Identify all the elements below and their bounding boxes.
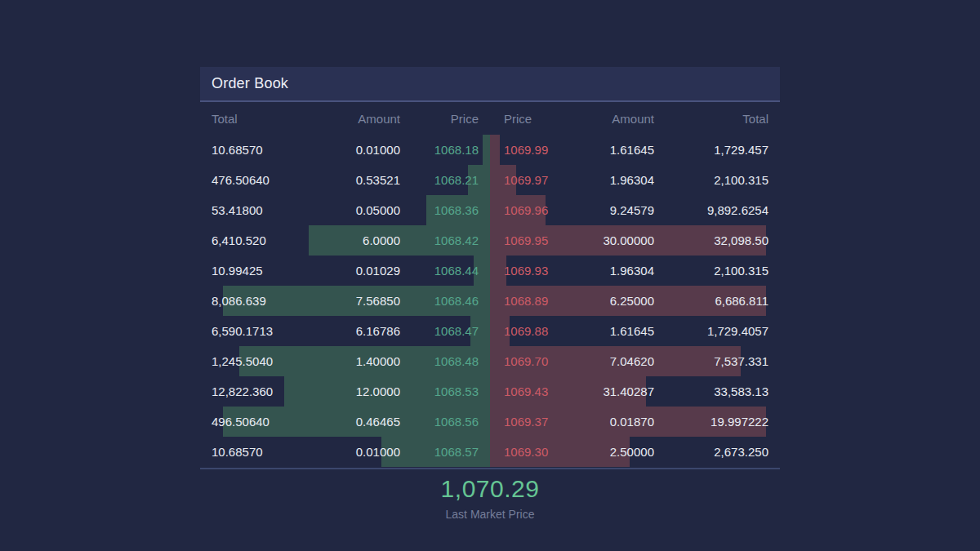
ask-price-cell[interactable]: 1069.43 bbox=[490, 384, 580, 398]
ask-total-cell: 9,892.6254 bbox=[654, 203, 768, 217]
ask-total-cell: 1,729.4057 bbox=[654, 324, 768, 338]
ask-amount-cell: 2.50000 bbox=[580, 445, 654, 459]
bid-half: 10.68570 0.01000 1068.18 bbox=[212, 135, 490, 165]
bid-price-cell[interactable]: 1068.44 bbox=[400, 264, 490, 278]
bid-total-cell: 53.41800 bbox=[212, 203, 278, 217]
column-header-row: Total Amount Price Price Amount Total bbox=[212, 102, 768, 135]
order-book-table: Total Amount Price Price Amount Total 10… bbox=[200, 102, 780, 467]
bid-total-cell: 10.68570 bbox=[212, 143, 278, 157]
order-book-row[interactable]: 476.50640 0.53521 1068.21 1069.97 1.9630… bbox=[212, 165, 768, 195]
ask-total-cell: 2,673.250 bbox=[654, 445, 768, 459]
ask-half: 1069.37 0.01870 19.997222 bbox=[490, 407, 768, 437]
last-market-price-value: 1,070.29 bbox=[200, 475, 780, 503]
ask-price-cell[interactable]: 1069.97 bbox=[490, 173, 580, 187]
bid-price-cell[interactable]: 1068.42 bbox=[400, 233, 490, 247]
ask-amount-cell: 1.96304 bbox=[580, 173, 654, 187]
ask-half: 1069.96 9.24579 9,892.6254 bbox=[490, 195, 768, 225]
ask-half: 1069.70 7.04620 7,537.331 bbox=[490, 346, 768, 376]
order-book-rows: 10.68570 0.01000 1068.18 1069.99 1.61645… bbox=[212, 135, 768, 467]
ask-amount-cell: 1.61645 bbox=[580, 143, 654, 157]
bid-total-cell: 10.68570 bbox=[212, 445, 278, 459]
bid-total-cell: 476.50640 bbox=[212, 173, 278, 187]
bids-price-header: Price bbox=[400, 112, 490, 126]
bid-price-cell[interactable]: 1068.53 bbox=[400, 384, 490, 398]
bid-price-cell[interactable]: 1068.47 bbox=[400, 324, 490, 338]
ask-amount-cell: 0.01870 bbox=[580, 415, 654, 429]
ask-half: 1069.99 1.61645 1,729.457 bbox=[490, 135, 768, 165]
bid-price-cell[interactable]: 1068.48 bbox=[400, 354, 490, 368]
bid-amount-cell: 6.0000 bbox=[278, 233, 400, 247]
order-book-row[interactable]: 10.68570 0.01000 1068.57 1069.30 2.50000… bbox=[212, 437, 768, 467]
bid-price-cell[interactable]: 1068.36 bbox=[400, 203, 490, 217]
ask-half: 1069.95 30.00000 32,098.50 bbox=[490, 225, 768, 256]
ask-amount-cell: 6.25000 bbox=[580, 294, 654, 308]
bid-amount-cell: 7.56850 bbox=[278, 294, 400, 308]
bid-half: 6,590.1713 6.16786 1068.47 bbox=[212, 316, 490, 346]
bid-total-cell: 12,822.360 bbox=[212, 384, 278, 398]
order-book-row[interactable]: 1,245.5040 1.40000 1068.48 1069.70 7.046… bbox=[212, 346, 768, 376]
bid-amount-cell: 0.01000 bbox=[278, 143, 400, 157]
ask-half: 1068.89 6.25000 6,686.811 bbox=[490, 286, 768, 316]
ask-amount-cell: 7.04620 bbox=[580, 354, 654, 368]
order-book-row[interactable]: 10.99425 0.01029 1068.44 1069.93 1.96304… bbox=[212, 256, 768, 286]
ask-total-cell: 2,100.315 bbox=[654, 264, 768, 278]
bid-price-cell[interactable]: 1068.56 bbox=[400, 415, 490, 429]
ask-amount-cell: 9.24579 bbox=[580, 203, 654, 217]
ask-half: 1069.93 1.96304 2,100.315 bbox=[490, 256, 768, 286]
order-book-row[interactable]: 10.68570 0.01000 1068.18 1069.99 1.61645… bbox=[212, 135, 768, 165]
ask-half: 1069.97 1.96304 2,100.315 bbox=[490, 165, 768, 195]
ask-total-cell: 2,100.315 bbox=[654, 173, 768, 187]
bid-amount-cell: 12.0000 bbox=[278, 384, 400, 398]
bid-amount-cell: 6.16786 bbox=[278, 324, 400, 338]
ask-total-cell: 7,537.331 bbox=[654, 354, 768, 368]
bids-amount-header: Amount bbox=[278, 112, 400, 126]
bid-half: 10.99425 0.01029 1068.44 bbox=[212, 256, 490, 286]
bid-total-cell: 6,410.520 bbox=[212, 233, 278, 247]
bid-amount-cell: 0.53521 bbox=[278, 173, 400, 187]
ask-total-cell: 32,098.50 bbox=[654, 233, 768, 247]
order-book-row[interactable]: 12,822.360 12.0000 1068.53 1069.43 31.40… bbox=[212, 376, 768, 407]
ask-price-cell[interactable]: 1069.37 bbox=[490, 415, 580, 429]
ask-price-cell[interactable]: 1069.88 bbox=[490, 324, 580, 338]
order-book-row[interactable]: 496.50640 0.46465 1068.56 1069.37 0.0187… bbox=[212, 407, 768, 437]
bid-half: 8,086.639 7.56850 1068.46 bbox=[212, 286, 490, 316]
bid-price-cell[interactable]: 1068.46 bbox=[400, 294, 490, 308]
bid-half: 10.68570 0.01000 1068.57 bbox=[212, 437, 490, 467]
bid-half: 12,822.360 12.0000 1068.53 bbox=[212, 376, 490, 407]
order-book-row[interactable]: 53.41800 0.05000 1068.36 1069.96 9.24579… bbox=[212, 195, 768, 225]
bid-total-cell: 8,086.639 bbox=[212, 294, 278, 308]
bid-amount-cell: 0.05000 bbox=[278, 203, 400, 217]
bid-amount-cell: 0.01000 bbox=[278, 445, 400, 459]
ask-half: 1069.43 31.40287 33,583.13 bbox=[490, 376, 768, 407]
ask-price-cell[interactable]: 1069.95 bbox=[490, 233, 580, 247]
order-book-titlebar: Order Book bbox=[200, 67, 780, 102]
bid-half: 53.41800 0.05000 1068.36 bbox=[212, 195, 490, 225]
bid-price-cell[interactable]: 1068.57 bbox=[400, 445, 490, 459]
ask-price-cell[interactable]: 1069.70 bbox=[490, 354, 580, 368]
order-book-panel: Order Book Total Amount Price Price Amou… bbox=[200, 67, 780, 521]
order-book-row[interactable]: 6,410.520 6.0000 1068.42 1069.95 30.0000… bbox=[212, 225, 768, 256]
last-market-price-label: Last Market Price bbox=[200, 508, 780, 521]
bid-amount-cell: 0.46465 bbox=[278, 415, 400, 429]
ask-price-cell[interactable]: 1069.30 bbox=[490, 445, 580, 459]
ask-price-cell[interactable]: 1069.96 bbox=[490, 203, 580, 217]
bid-total-cell: 6,590.1713 bbox=[212, 324, 278, 338]
ask-price-cell[interactable]: 1069.99 bbox=[490, 143, 580, 157]
bid-half: 1,245.5040 1.40000 1068.48 bbox=[212, 346, 490, 376]
bid-price-cell[interactable]: 1068.18 bbox=[400, 143, 490, 157]
order-book-row[interactable]: 8,086.639 7.56850 1068.46 1068.89 6.2500… bbox=[212, 286, 768, 316]
ask-amount-cell: 1.61645 bbox=[580, 324, 654, 338]
bid-amount-cell: 0.01029 bbox=[278, 264, 400, 278]
ask-amount-cell: 30.00000 bbox=[580, 233, 654, 247]
bid-amount-cell: 1.40000 bbox=[278, 354, 400, 368]
ask-price-cell[interactable]: 1069.93 bbox=[490, 264, 580, 278]
ask-price-cell[interactable]: 1068.89 bbox=[490, 294, 580, 308]
ask-total-cell: 19.997222 bbox=[654, 415, 768, 429]
asks-total-header: Total bbox=[654, 112, 768, 126]
bid-price-cell[interactable]: 1068.21 bbox=[400, 173, 490, 187]
bid-total-cell: 496.50640 bbox=[212, 415, 278, 429]
order-book-row[interactable]: 6,590.1713 6.16786 1068.47 1069.88 1.616… bbox=[212, 316, 768, 346]
ask-total-cell: 1,729.457 bbox=[654, 143, 768, 157]
bids-total-header: Total bbox=[212, 112, 278, 126]
order-book-title: Order Book bbox=[212, 75, 288, 92]
